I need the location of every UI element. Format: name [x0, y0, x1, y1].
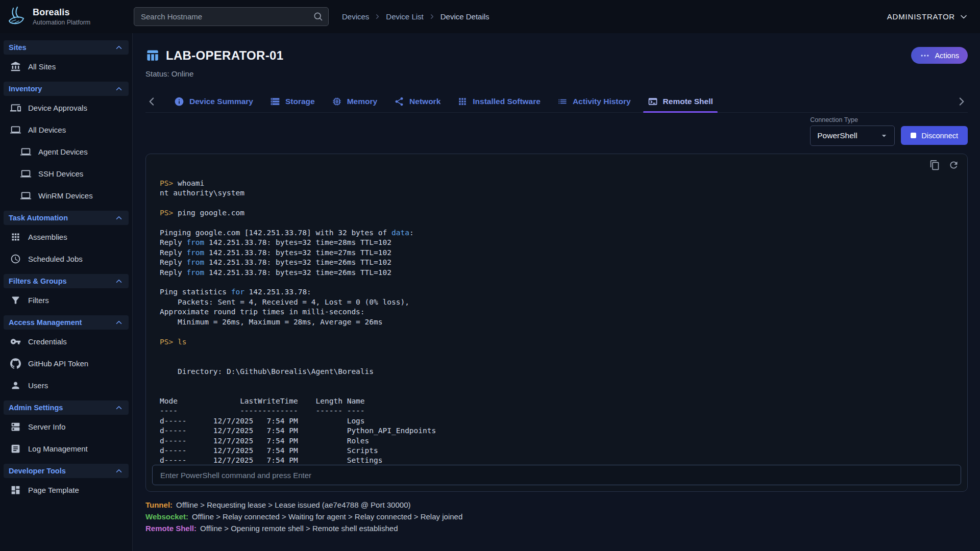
disconnect-button-label: Disconnect — [921, 132, 958, 140]
copy-icon[interactable] — [929, 160, 940, 170]
sidebar-section-access-management[interactable]: Access Management — [4, 315, 129, 330]
search-icon — [313, 11, 323, 21]
sidebar-section-filters-groups[interactable]: Filters & Groups — [4, 274, 129, 288]
connection-controls: Connection Type PowerShell Disconnect — [145, 116, 968, 146]
chevron-up-icon — [114, 43, 124, 52]
tab-bar: Device SummaryStorageMemoryNetworkInstal… — [145, 91, 968, 113]
sidebar-section-developer-tools[interactable]: Developer Tools — [4, 464, 129, 478]
terminal-line: Pinging google.com [142.251.33.78] with … — [160, 228, 962, 238]
terminal-line: d----- 12/7/2025 7:54 PM Logs — [160, 416, 962, 426]
sidebar-item-credentials[interactable]: Credentials — [0, 331, 132, 353]
sidebar-item-device-approvals[interactable]: Device Approvals — [0, 97, 132, 119]
device-title: LAB-OPERATOR-01 — [166, 48, 283, 63]
sidebar-item-filters[interactable]: Filters — [0, 289, 132, 311]
sidebar-section-admin-settings[interactable]: Admin Settings — [4, 400, 129, 415]
sidebar-item-all-sites[interactable]: All Sites — [0, 56, 132, 78]
device-header: LAB-OPERATOR-01 Actions — [145, 47, 968, 64]
sidebar-section-label: Filters & Groups — [9, 277, 67, 285]
sidebar-item-label: Server Info — [28, 422, 65, 431]
tab-activity-history[interactable]: Activity History — [550, 91, 638, 112]
sidebar-item-agent-devices[interactable]: Agent Devices — [0, 141, 132, 163]
status-line-remote-shell: Remote Shell:Offline > Opening remote sh… — [145, 524, 968, 533]
sidebar-section-label: Developer Tools — [9, 467, 66, 475]
sidebar-item-github-api-token[interactable]: GitHub API Token — [0, 353, 132, 374]
sidebar-item-assemblies[interactable]: Assemblies — [0, 226, 132, 248]
sidebar-section-label: Sites — [9, 43, 27, 52]
sidebar-item-label: Users — [28, 381, 48, 390]
terminal-line — [160, 357, 962, 366]
chevron-down-icon — [959, 12, 969, 22]
sidebar-section-sites[interactable]: Sites — [4, 40, 129, 55]
memory-icon — [332, 96, 342, 107]
sidebar-item-winrm-devices[interactable]: WinRM Devices — [0, 185, 132, 207]
tab-storage[interactable]: Storage — [263, 91, 322, 112]
sidebar-item-server-info[interactable]: Server Info — [0, 416, 132, 438]
terminal-line — [160, 377, 962, 386]
search-input[interactable] — [134, 7, 329, 26]
tab-label: Activity History — [573, 97, 631, 106]
connection-status-lines: Tunnel:Offline > Requesting lease > Leas… — [145, 500, 968, 533]
terminal-line: PS> whoami — [160, 179, 962, 188]
actions-button[interactable]: Actions — [911, 47, 968, 64]
connection-type-value: PowerShell — [817, 131, 857, 140]
tabs: Device SummaryStorageMemoryNetworkInstal… — [159, 91, 954, 112]
dashboard-icon — [10, 485, 21, 495]
connection-type-field: Connection Type PowerShell — [810, 116, 895, 146]
laptop-icon — [10, 124, 21, 135]
terminal-line: Ping statistics for 142.251.33.78: — [160, 287, 962, 297]
info-icon — [174, 96, 184, 107]
command-row — [146, 465, 967, 491]
status-line-label: Tunnel: — [145, 500, 173, 509]
tab-remote-shell[interactable]: Remote Shell — [641, 91, 720, 112]
connection-type-select[interactable]: PowerShell — [810, 126, 895, 146]
tab-network[interactable]: Network — [387, 91, 448, 112]
disconnect-button[interactable]: Disconnect — [901, 126, 968, 145]
terminal-line — [160, 218, 962, 228]
tabs-scroll-right-icon[interactable] — [954, 95, 968, 108]
tab-memory[interactable]: Memory — [325, 91, 384, 112]
breadcrumb-device-details[interactable]: Device Details — [440, 12, 489, 21]
terminal-line — [160, 387, 962, 396]
terminal-line: d----- 12/7/2025 7:54 PM Roles — [160, 436, 962, 446]
select-caret-icon — [879, 131, 889, 141]
chevron-up-icon — [114, 403, 124, 412]
sidebar-item-ssh-devices[interactable]: SSH Devices — [0, 163, 132, 185]
terminal-line — [160, 347, 962, 357]
terminal-line: Reply from 142.251.33.78: bytes=32 time=… — [160, 258, 962, 267]
sidebar-item-label: Log Management — [28, 444, 88, 453]
laptop-icon — [20, 146, 31, 157]
tab-label: Installed Software — [473, 97, 541, 106]
sidebar-section-task-automation[interactable]: Task Automation — [4, 211, 129, 225]
refresh-icon[interactable] — [948, 160, 959, 170]
sidebar-item-scheduled-jobs[interactable]: Scheduled Jobs — [0, 248, 132, 270]
user-menu[interactable]: ADMINISTRATOR — [887, 12, 969, 22]
status-line-text: Offline > Requesting lease > Lease issue… — [176, 500, 410, 509]
tab-installed-software[interactable]: Installed Software — [450, 91, 548, 112]
tab-label: Device Summary — [189, 97, 253, 106]
sidebar-item-all-devices[interactable]: All Devices — [0, 119, 132, 141]
breadcrumb-device-list[interactable]: Device List — [386, 12, 423, 21]
sidebar-item-label: Scheduled Jobs — [28, 255, 83, 263]
breadcrumb-devices[interactable]: Devices — [342, 12, 369, 21]
app-subtitle: Automation Platform — [33, 19, 90, 26]
tab-device-summary[interactable]: Device Summary — [167, 91, 260, 112]
sidebar-item-users[interactable]: Users — [0, 374, 132, 396]
terminal-line: Reply from 142.251.33.78: bytes=32 time=… — [160, 248, 962, 258]
sidebar-item-page-template[interactable]: Page Template — [0, 479, 132, 501]
topbar: Borealis Automation Platform DevicesDevi… — [0, 0, 980, 33]
sidebar-item-log-management[interactable]: Log Management — [0, 438, 132, 460]
more-dots-icon — [920, 51, 930, 61]
terminal-line: Reply from 142.251.33.78: bytes=32 time=… — [160, 268, 962, 278]
document-icon — [10, 443, 21, 454]
tabs-scroll-left-icon[interactable] — [145, 95, 159, 108]
connection-type-label: Connection Type — [810, 116, 895, 123]
chevron-up-icon — [114, 466, 124, 475]
main-content: LAB-OPERATOR-01 Actions Status: Online D… — [133, 33, 980, 551]
terminal-output[interactable]: PS> whoamint authority\system PS> ping g… — [146, 154, 967, 465]
command-input[interactable] — [152, 465, 961, 485]
sidebar-item-label: SSH Devices — [38, 169, 83, 178]
sidebar-item-label: Device Approvals — [28, 104, 87, 112]
sidebar-section-inventory[interactable]: Inventory — [4, 82, 129, 96]
terminal-panel: PS> whoamint authority\system PS> ping g… — [145, 154, 968, 492]
sidebar-section-label: Access Management — [9, 318, 82, 327]
